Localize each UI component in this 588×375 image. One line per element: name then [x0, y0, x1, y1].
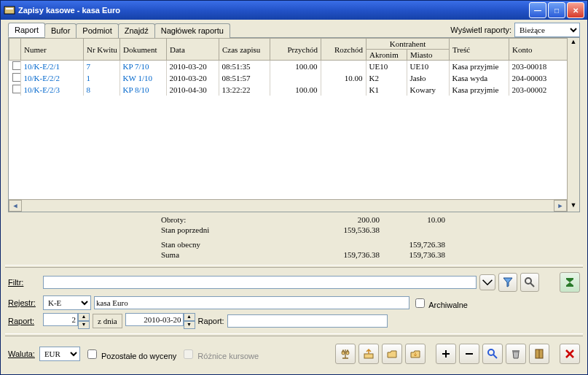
cell-konto: 203-00002 [509, 84, 567, 96]
cell-przychod: 100.00 [270, 61, 321, 72]
col-numer[interactable]: Numer [21, 39, 84, 61]
window-title: Zapisy kasowe - kasa Euro [18, 6, 529, 15]
stanpop-label: Stan poprzedni [161, 225, 248, 234]
cell-tresc: Kasa przyjmie [449, 84, 509, 96]
table-row[interactable]: 10/K-E/2/3 8 KP 8/10 2010-04-30 13:22:22… [9, 84, 567, 96]
form-area: Filtr: Rejestr: K-E Archiwalne Raport: [1, 272, 587, 329]
client-area: Raport Bufor Podmiot Znajdź Nagłówek rap… [1, 20, 587, 374]
suma-label: Suma [161, 250, 248, 259]
cell-przychod: 100.00 [270, 84, 321, 96]
zdnia-date-input[interactable] [125, 313, 184, 326]
col-przychod[interactable]: Przychód [270, 39, 321, 61]
spin-up-icon[interactable]: ▲ [78, 313, 90, 321]
cell-numer: 10/K-E/2/3 [20, 84, 83, 96]
scroll-up-icon[interactable]: ▲ [568, 38, 579, 48]
tab-znajdz[interactable]: Znajdź [118, 23, 155, 38]
sigma-button[interactable] [560, 272, 580, 293]
cell-miasto: Kowary [407, 84, 449, 96]
report-filter-select[interactable]: Bieżące [514, 23, 580, 37]
raport2-input[interactable] [227, 314, 388, 328]
save-button[interactable] [405, 344, 426, 364]
table-row[interactable]: 10/K-E/2/2 1 KW 1/10 2010-03-20 08:51:57… [9, 72, 567, 84]
close-x-button[interactable] [560, 344, 580, 364]
minimize-button[interactable]: — [529, 2, 546, 18]
tab-raport[interactable]: Raport [8, 23, 45, 37]
rejestr-label: Rejestr: [8, 298, 40, 307]
svg-point-4 [342, 352, 345, 355]
col-kontrahent[interactable]: Kontrahent [366, 39, 450, 50]
pozostale-checkbox[interactable] [87, 349, 97, 359]
remove-button[interactable] [459, 344, 479, 364]
spin-down-icon[interactable]: ▼ [78, 321, 90, 329]
row-checkbox[interactable] [12, 85, 20, 93]
suma-przychod: 159,736.38 [314, 250, 380, 259]
zdnia-date[interactable]: ▲▼ [125, 313, 195, 329]
col-dokument[interactable]: Dokument [120, 39, 167, 61]
roznice-checkbox [184, 349, 193, 359]
archiwalne-checkbox-label[interactable]: Archiwalne [412, 296, 468, 310]
col-konto[interactable]: Konto [509, 39, 568, 61]
cell-rozchod: 10.00 [321, 72, 366, 84]
table-row[interactable]: 10/K-E/2/1 7 KP 7/10 2010-03-20 08:51:35… [9, 61, 567, 72]
filtr-dropdown-button[interactable] [479, 274, 495, 290]
maximize-button[interactable]: □ [548, 2, 565, 18]
row-checkbox[interactable] [12, 61, 20, 70]
raport2-label: Raport: [198, 317, 224, 325]
raport-spinner[interactable]: ▲▼ [43, 313, 90, 329]
scroll-left-icon[interactable]: ◄ [9, 200, 22, 212]
zoom-button[interactable] [482, 344, 503, 364]
col-data[interactable]: Data [167, 39, 219, 61]
add-button[interactable] [436, 344, 456, 364]
cell-data: 2010-04-30 [166, 84, 219, 96]
col-nrkwitu[interactable]: Nr Kwitu [84, 39, 120, 61]
zdnia-button[interactable]: z dnia [93, 314, 122, 328]
suma-rozchod: 159,736.38 [380, 250, 445, 259]
scroll-down-icon[interactable]: ▼ [568, 201, 579, 212]
col-czas[interactable]: Czas zapisu [219, 39, 270, 61]
pozostale-checkbox-label[interactable]: Pozostałe do wyceny [85, 347, 176, 361]
roznice-checkbox-label: Różnice kursowe [181, 347, 259, 361]
book-button[interactable] [529, 344, 549, 364]
tab-bufor[interactable]: Bufor [44, 23, 77, 38]
grid: Numer Nr Kwitu Dokument Data Czas zapisu… [8, 37, 580, 212]
trash-button[interactable] [506, 344, 526, 364]
stanpop-value: 159,536.38 [314, 225, 380, 234]
raport-label: Raport: [8, 317, 40, 325]
rejestr-select[interactable]: K-E [43, 295, 91, 310]
cell-dokument: KP 7/10 [119, 61, 166, 72]
separator [5, 265, 583, 268]
col-rozchod[interactable]: Rozchód [321, 39, 366, 61]
spin-down-icon[interactable]: ▼ [184, 321, 195, 329]
cell-data: 2010-03-20 [166, 61, 219, 72]
cell-nrkwitu: 8 [83, 84, 119, 96]
scroll-right-icon[interactable]: ► [554, 200, 567, 212]
cell-akronim: K2 [366, 72, 407, 84]
svg-point-5 [346, 352, 349, 355]
archiwalne-checkbox[interactable] [415, 298, 425, 308]
cell-rozchod [321, 61, 366, 72]
waluta-select[interactable]: EUR [39, 347, 80, 361]
col-tresc[interactable]: Treść [450, 39, 509, 61]
spin-up-icon[interactable]: ▲ [184, 313, 195, 321]
export-up-button[interactable] [358, 344, 379, 364]
raport-number-input[interactable] [43, 313, 78, 326]
search-button[interactable] [520, 273, 539, 292]
close-button[interactable]: ✕ [567, 2, 584, 18]
scales-button[interactable] [335, 344, 356, 364]
rejestr-desc-input[interactable] [94, 296, 409, 309]
col-akronim[interactable]: Akronim [366, 50, 407, 61]
tab-naglowek[interactable]: Nagłówek raportu [154, 23, 230, 38]
col-miasto[interactable]: Miasto [407, 50, 450, 61]
grid-body[interactable]: 10/K-E/2/1 7 KP 7/10 2010-03-20 08:51:35… [9, 61, 567, 199]
stanob-value: 159,726.38 [380, 240, 445, 249]
tab-podmiot[interactable]: Podmiot [76, 23, 118, 38]
horizontal-scrollbar[interactable]: ◄ ► [9, 199, 567, 212]
vertical-scrollbar[interactable]: ▲ ▼ [567, 38, 579, 212]
row-checkbox[interactable] [12, 73, 20, 82]
cell-numer: 10/K-E/2/1 [20, 61, 83, 72]
cell-czas: 08:51:35 [219, 61, 270, 72]
filtr-input[interactable] [43, 276, 477, 289]
toolbar [335, 344, 580, 364]
funnel-button[interactable] [498, 273, 517, 292]
open-button[interactable] [382, 344, 402, 364]
